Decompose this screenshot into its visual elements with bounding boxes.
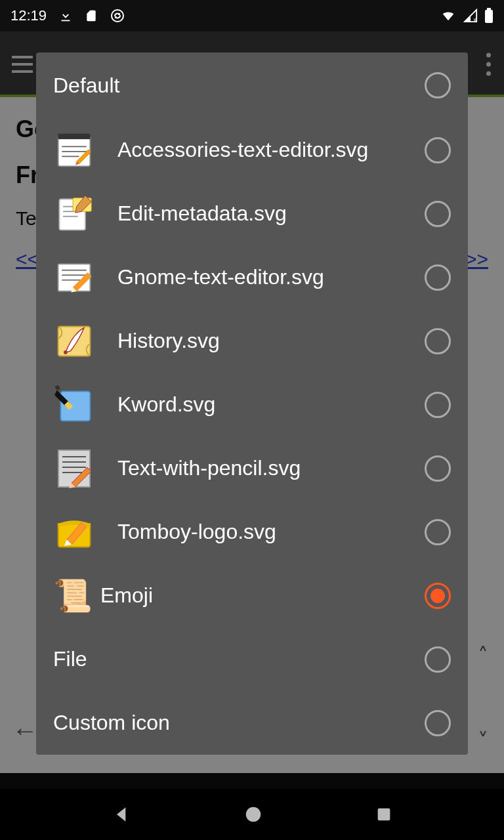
option-text-with-pencil[interactable]: Text-with-pencil.svg: [36, 436, 468, 500]
radio-unselected[interactable]: [425, 710, 451, 736]
radio-unselected[interactable]: [425, 328, 451, 354]
option-label: Kword.svg: [117, 392, 425, 417]
signal-icon: x: [463, 9, 478, 23]
svg-rect-5: [58, 133, 91, 138]
text-pencil-icon: [53, 448, 95, 490]
wifi-icon: [440, 9, 457, 23]
option-label: Edit-metadata.svg: [117, 201, 425, 226]
option-label: History.svg: [117, 329, 425, 353]
option-label: Emoji: [100, 583, 425, 608]
nav-recent-icon[interactable]: [375, 805, 393, 824]
svg-rect-19: [60, 391, 90, 421]
clock: 12:19: [10, 7, 47, 24]
radio-unselected[interactable]: [425, 519, 451, 545]
option-label: Custom icon: [53, 711, 425, 735]
option-label: Tomboy-logo.svg: [117, 520, 425, 544]
radio-unselected[interactable]: [425, 264, 451, 291]
metadata-icon: [53, 193, 95, 235]
kword-icon: [53, 384, 95, 426]
option-kword[interactable]: Kword.svg: [36, 373, 468, 436]
option-custom-icon[interactable]: Custom icon: [36, 691, 468, 755]
option-tomboy-logo[interactable]: Tomboy-logo.svg: [36, 500, 468, 564]
radio-unselected[interactable]: [425, 137, 451, 163]
download-icon: [58, 9, 73, 23]
radio-unselected[interactable]: [425, 455, 451, 482]
svg-point-25: [246, 807, 261, 822]
sd-card-icon: [85, 9, 98, 23]
option-accessories-text-editor[interactable]: Accessories-text-editor.svg: [36, 118, 468, 182]
scroll-emoji-icon: 📜: [53, 580, 93, 612]
system-nav-bar: [0, 789, 504, 840]
notepad-icon: [53, 129, 95, 171]
svg-point-18: [64, 350, 68, 354]
nav-home-icon[interactable]: [243, 805, 263, 824]
radio-selected[interactable]: [425, 583, 451, 609]
option-label: Accessories-text-editor.svg: [117, 138, 425, 162]
tomboy-icon: [53, 511, 95, 553]
radio-unselected[interactable]: [425, 72, 451, 98]
nav-back-icon[interactable]: [112, 804, 133, 825]
option-label: Default: [53, 74, 425, 98]
gnome-notepad-icon: [53, 257, 95, 299]
radio-unselected[interactable]: [425, 646, 451, 673]
option-label: Text-with-pencil.svg: [117, 456, 425, 480]
option-history[interactable]: History.svg: [36, 309, 468, 373]
option-default[interactable]: Default: [36, 52, 468, 118]
radio-unselected[interactable]: [425, 392, 451, 418]
svg-point-0: [112, 10, 123, 22]
option-edit-metadata[interactable]: Edit-metadata.svg: [36, 182, 468, 245]
svg-rect-26: [377, 808, 390, 821]
option-emoji[interactable]: 📜 Emoji: [36, 564, 468, 627]
option-label: File: [53, 647, 425, 671]
svg-rect-2: [485, 10, 493, 23]
sync-off-icon: [110, 8, 125, 24]
option-file[interactable]: File: [36, 627, 468, 691]
radio-unselected[interactable]: [425, 201, 451, 227]
icon-picker-dialog: Default Accessories-text-editor.svg Edit…: [36, 52, 468, 755]
battery-icon: [484, 8, 494, 24]
scroll-quill-icon: [53, 320, 95, 362]
option-gnome-text-editor[interactable]: Gnome-text-editor.svg: [36, 245, 468, 309]
status-bar: 12:19 x: [0, 0, 504, 32]
svg-rect-3: [487, 8, 491, 10]
option-label: Gnome-text-editor.svg: [117, 265, 425, 289]
